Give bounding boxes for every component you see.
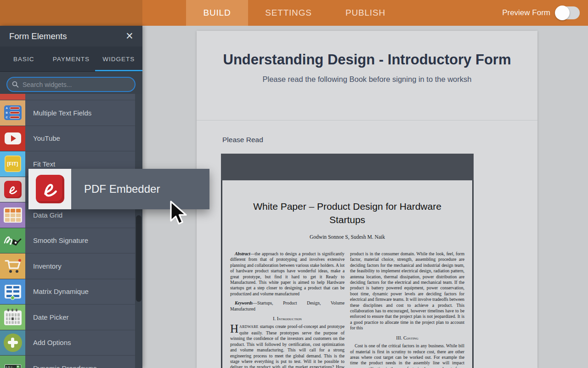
widget-label: YouTube bbox=[25, 126, 60, 151]
data-grid-icon bbox=[0, 202, 25, 228]
widget-row-matrix-dynamique[interactable]: Matrix Dynamique bbox=[0, 279, 135, 305]
youtube-icon bbox=[0, 126, 25, 151]
form-title: Understanding Design - Introductory Form bbox=[215, 49, 519, 70]
form-canvas[interactable]: Understanding Design - Introductory Form… bbox=[197, 31, 537, 368]
toggle-knob bbox=[555, 6, 570, 20]
paper-title: White Paper – Product Design for Hardwar… bbox=[251, 200, 444, 226]
date-picker-calendar-icon bbox=[0, 305, 25, 330]
dynamic-dropdowns-icon: A,B,C.. A,1.. bbox=[0, 356, 25, 368]
panel-header: Form Elements × bbox=[0, 26, 142, 46]
search-input[interactable] bbox=[23, 81, 130, 88]
pdf-embedder-icon bbox=[36, 175, 64, 203]
widget-row-inventory[interactable]: Inventory bbox=[0, 253, 135, 279]
field-label-please-read: Please Read bbox=[222, 136, 263, 144]
pdf-embedder-icon bbox=[0, 177, 25, 202]
widget-list: A B C Multiple Text Fields YouTube [FIT]… bbox=[0, 94, 135, 368]
paper-column-left: Abstract—the approach to design a produc… bbox=[230, 251, 345, 368]
widget-label: Dynamic Dropdowns bbox=[25, 356, 96, 368]
panel-tab-bar: BASIC PAYMENTS WIDGETS bbox=[0, 46, 142, 72]
form-title-block[interactable]: Understanding Design - Introductory Form… bbox=[197, 31, 537, 121]
widget-label: Multiple Text Fields bbox=[25, 100, 91, 126]
widget-label: Inventory bbox=[25, 253, 62, 279]
widget-label: Smooth Signature bbox=[25, 228, 88, 253]
pdf-page: White Paper – Product Design for Hardwar… bbox=[221, 180, 474, 368]
search-icon bbox=[12, 81, 19, 88]
widget-row-date-picker[interactable]: Date Picker bbox=[0, 304, 135, 330]
paper-section-introduction: I. Introduction bbox=[230, 316, 345, 322]
widget-row-add-options[interactable]: Add Options bbox=[0, 330, 135, 356]
dragged-widget-icon-cell bbox=[28, 169, 71, 209]
partial-widget-icon bbox=[0, 94, 25, 100]
widget-label: Matrix Dynamique bbox=[25, 279, 89, 305]
close-icon[interactable]: × bbox=[122, 29, 137, 43]
tab-settings[interactable]: SETTINGS bbox=[252, 0, 325, 26]
inventory-cart-icon bbox=[0, 253, 25, 279]
smooth-signature-icon bbox=[0, 228, 25, 253]
paper-costing-paragraph: Cost is one of the critical factors in a… bbox=[350, 343, 464, 368]
top-navigation-bar: BUILD SETTINGS PUBLISH Preview Form bbox=[0, 0, 588, 26]
paper-col2-paragraph: product is in the consumer domain. While… bbox=[350, 251, 464, 331]
tab-build[interactable]: BUILD bbox=[186, 0, 248, 26]
matrix-dynamique-icon bbox=[0, 279, 25, 305]
panel-scrollbar-thumb[interactable] bbox=[136, 215, 141, 302]
search-widgets-box bbox=[6, 77, 136, 92]
pdf-embed-widget[interactable]: White Paper – Product Design for Hardwar… bbox=[221, 154, 474, 368]
fit-text-icon: [FIT] bbox=[0, 151, 25, 177]
multiple-text-fields-icon: A B C bbox=[0, 100, 25, 126]
paper-column-right: product is in the consumer domain. While… bbox=[350, 251, 464, 368]
pdf-viewer-toolbar bbox=[221, 154, 474, 180]
widget-row-dynamic-dropdowns[interactable]: A,B,C.. A,1.. Dynamic Dropdowns bbox=[0, 355, 135, 368]
paper-authors: Godwin Sonnoe S, Sudesh M. Naik bbox=[230, 234, 464, 240]
widget-label: Date Picker bbox=[25, 305, 69, 330]
paper-abstract: Abstract—the approach to design a produc… bbox=[230, 251, 345, 297]
add-options-plus-icon bbox=[0, 330, 25, 356]
widget-label: Add Options bbox=[25, 330, 71, 356]
paper-keywords: Keywords—Startups, Product Design, Volum… bbox=[230, 300, 345, 312]
topbar-shade bbox=[0, 0, 142, 26]
widget-row-multiple-text-fields[interactable]: A B C Multiple Text Fields bbox=[0, 100, 135, 126]
preview-form-label: Preview Form bbox=[502, 8, 550, 17]
tab-payments[interactable]: PAYMENTS bbox=[47, 46, 95, 71]
paper-section-costing: III. Costing bbox=[350, 335, 464, 341]
panel-title: Form Elements bbox=[9, 31, 67, 41]
tab-widgets[interactable]: WIDGETS bbox=[95, 46, 142, 71]
widget-row-partial[interactable] bbox=[0, 94, 135, 100]
paper-intro-paragraph: HARDWARE startups create proof-of-concep… bbox=[230, 324, 345, 368]
tab-publish[interactable]: PUBLISH bbox=[330, 0, 401, 26]
widget-row-youtube[interactable]: YouTube bbox=[0, 126, 135, 151]
widget-row-smooth-signature[interactable]: Smooth Signature bbox=[0, 228, 135, 253]
tab-basic[interactable]: BASIC bbox=[0, 46, 47, 71]
panel-scrollbar[interactable] bbox=[135, 94, 142, 368]
preview-form-toggle[interactable] bbox=[556, 6, 580, 19]
form-subtitle: Please read the following Book before si… bbox=[263, 75, 472, 84]
app-window: BUILD SETTINGS PUBLISH Preview Form Form… bbox=[0, 0, 588, 368]
preview-form-control: Preview Form bbox=[502, 0, 580, 26]
mouse-cursor-icon bbox=[168, 201, 189, 227]
